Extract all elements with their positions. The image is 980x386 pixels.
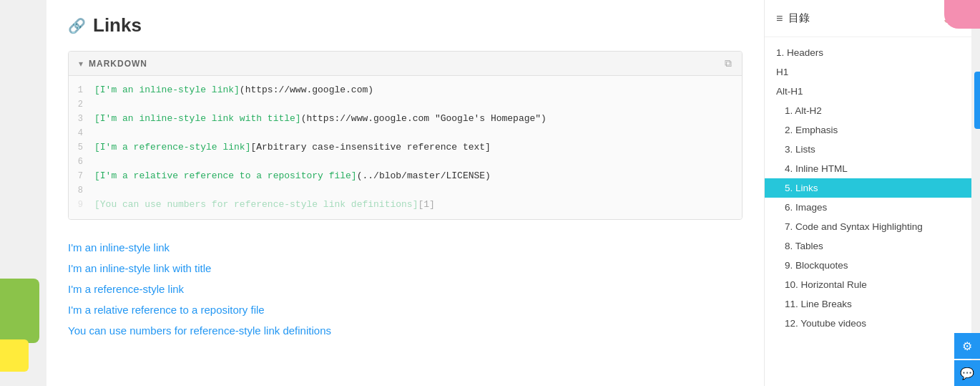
chat-icon: 💬 <box>960 367 974 380</box>
toc-item-code-syntax[interactable]: 7. Code and Syntax Highlighting <box>765 217 971 236</box>
line-num-1: 1 <box>69 83 94 97</box>
link-text-3: [I'm an inline-style link with title] <box>94 113 301 124</box>
link-url-9: [1] <box>418 199 434 210</box>
link-url-3: (https://www.google.com "Google's Homepa… <box>301 113 547 124</box>
rendered-link-2[interactable]: I'm an inline-style link with title <box>68 258 743 279</box>
toc-list: 1. Headers H1 Alt-H1 1. Alt-H2 2. Emphas… <box>765 37 971 339</box>
gear-icon: ⚙ <box>962 339 972 353</box>
line-num-3: 3 <box>69 112 94 126</box>
code-line-5: 5 [I'm a reference-style link][Arbitrary… <box>69 140 742 155</box>
link-text-1: [I'm an inline-style link] <box>94 85 240 95</box>
link-url-1: (https://www.google.com) <box>240 85 373 95</box>
toc-item-tables[interactable]: 8. Tables <box>765 236 971 256</box>
link-text-9: [You can use numbers for reference-style… <box>94 199 418 210</box>
link-url-7: (../blob/master/LICENSE) <box>357 170 491 181</box>
toc-item-inline-html[interactable]: 4. Inline HTML <box>765 159 971 178</box>
page-title-section: 🔗 Links <box>68 14 743 37</box>
line-num-7: 7 <box>69 169 94 183</box>
code-line-8: 8 <box>69 183 742 198</box>
toc-item-images[interactable]: 6. Images <box>765 198 971 217</box>
toc-item-emphasis[interactable]: 2. Emphasis <box>765 120 971 140</box>
copy-icon[interactable]: ⧉ <box>725 57 732 69</box>
hamburger-icon: ≡ <box>776 12 783 25</box>
code-line-7: 7 [I'm a relative reference to a reposit… <box>69 169 742 183</box>
toc-item-youtube[interactable]: 12. Youtube videos <box>765 314 971 333</box>
code-area: 1 [I'm an inline-style link](https://www… <box>69 76 742 219</box>
left-green-accent <box>0 279 39 343</box>
main-content-area: 🔗 Links ▾ MARKDOWN ⧉ 1 [I'm an inline-st… <box>46 0 764 386</box>
rendered-link-5[interactable]: You can use numbers for reference-style … <box>68 320 743 341</box>
line-content-9: [You can use numbers for reference-style… <box>94 198 742 212</box>
line-num-4: 4 <box>69 126 94 140</box>
toc-item-links[interactable]: 5. Links <box>765 178 971 198</box>
rendered-links-section: I'm an inline-style link I'm an inline-s… <box>68 234 743 344</box>
markdown-title-group: ▾ MARKDOWN <box>79 59 147 69</box>
toc-item-alt-h2[interactable]: 1. Alt-H2 <box>765 101 971 120</box>
line-num-8: 8 <box>69 183 94 198</box>
code-line-4: 4 <box>69 126 742 140</box>
right-accent-bar <box>971 0 980 386</box>
left-yellow-accent <box>0 339 29 372</box>
bottom-action-icons: ⚙ 💬 <box>954 333 980 386</box>
right-pink-accent <box>944 0 980 29</box>
line-num-9: 9 <box>69 198 94 212</box>
sidebar-title-text: 目錄 <box>788 11 810 25</box>
toc-item-blockquotes[interactable]: 9. Blockquotes <box>765 256 971 275</box>
line-content-1: [I'm an inline-style link](https://www.g… <box>94 83 742 97</box>
sidebar-header: ≡ 目錄 38 <box>765 0 971 37</box>
page-title: Links <box>93 14 142 37</box>
sidebar-title-group: ≡ 目錄 <box>776 11 810 25</box>
rendered-link-1[interactable]: I'm an inline-style link <box>68 237 743 258</box>
line-content-3: [I'm an inline-style link with title](ht… <box>94 112 742 126</box>
chevron-icon[interactable]: ▾ <box>79 59 83 69</box>
code-line-9: 9 [You can use numbers for reference-sty… <box>69 198 742 212</box>
link-text-7: [I'm a relative reference to a repositor… <box>94 170 357 181</box>
left-decorative-panel <box>0 0 46 386</box>
link-text-5: [I'm a reference-style link] <box>94 142 250 153</box>
gear-button[interactable]: ⚙ <box>954 333 980 359</box>
toc-item-h1[interactable]: H1 <box>765 62 971 82</box>
toc-item-headers[interactable]: 1. Headers <box>765 43 971 62</box>
right-blue-accent <box>974 72 980 129</box>
markdown-header: ▾ MARKDOWN ⧉ <box>69 52 742 76</box>
line-num-2: 2 <box>69 97 94 112</box>
code-line-2: 2 <box>69 97 742 112</box>
code-line-6: 6 <box>69 155 742 169</box>
code-line-3: 3 [I'm an inline-style link with title](… <box>69 112 742 126</box>
rendered-link-3[interactable]: I'm a reference-style link <box>68 279 743 299</box>
right-sidebar: ≡ 目錄 38 1. Headers H1 Alt-H1 1. Alt-H2 2… <box>764 0 971 386</box>
markdown-block: ▾ MARKDOWN ⧉ 1 [I'm an inline-style link… <box>68 51 743 220</box>
line-num-6: 6 <box>69 155 94 169</box>
chat-button[interactable]: 💬 <box>954 360 980 386</box>
link-url-5: [Arbitrary case-insensitive reference te… <box>250 142 490 153</box>
link-icon: 🔗 <box>68 17 86 34</box>
line-num-5: 5 <box>69 140 94 155</box>
toc-item-line-breaks[interactable]: 11. Line Breaks <box>765 294 971 314</box>
line-content-7: [I'm a relative reference to a repositor… <box>94 169 742 183</box>
rendered-link-4[interactable]: I'm a relative reference to a repository… <box>68 299 743 320</box>
line-content-5: [I'm a reference-style link][Arbitrary c… <box>94 140 742 155</box>
toc-item-horizontal-rule[interactable]: 10. Horizontal Rule <box>765 275 971 294</box>
code-line-1: 1 [I'm an inline-style link](https://www… <box>69 83 742 97</box>
toc-item-lists[interactable]: 3. Lists <box>765 140 971 159</box>
toc-item-alt-h1[interactable]: Alt-H1 <box>765 82 971 101</box>
markdown-label: MARKDOWN <box>89 59 147 69</box>
